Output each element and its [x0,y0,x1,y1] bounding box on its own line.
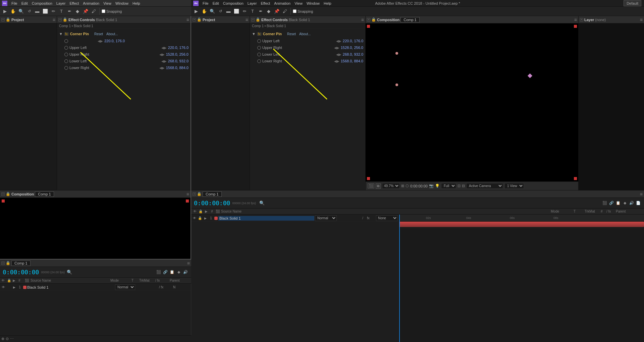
timeline-close-right[interactable]: × [193,192,196,196]
menu-edit-left[interactable]: Edit [21,1,28,5]
comp-menu-right[interactable]: ≡ [574,17,577,22]
timeline-close-left[interactable]: × [1,262,5,265]
menu-effect-right[interactable]: Effect [261,1,270,5]
tool-pen-r[interactable]: ✏ [241,8,248,15]
comp-tab-left[interactable]: Comp 1 [35,191,54,197]
comp-3d-btn-right[interactable]: ⬡ [406,184,409,188]
pin-point-1[interactable] [395,52,398,55]
timeline-lock-left[interactable]: 🔒 [6,261,10,265]
tl-ctrl-2-left[interactable]: 🔗 [162,269,168,275]
tool-rotate[interactable]: ↺ [25,8,33,15]
layer-name-right[interactable]: Black Solid 1 [218,216,314,221]
comp-preview-btn-right[interactable]: ⬛ [368,183,374,188]
timeline-menu-right[interactable]: ≡ [640,191,643,197]
ec-reset-right[interactable]: Reset [287,32,296,36]
comp-tab-right[interactable]: Comp 1 [400,17,420,22]
view-dropdown-right[interactable]: 1 View [504,183,524,189]
tool-pin-r[interactable]: 📌 [273,8,280,15]
prop-name-ul-right[interactable]: Upper Left [262,39,335,43]
prop-name-upper-left[interactable]: Upper Left [69,46,160,50]
prop-arrows-ul-right[interactable]: ◀▶ [336,39,341,43]
menu-help-right[interactable]: Help [324,1,331,5]
prop-value-upper-right[interactable]: 1528.0, 256.0 [166,52,189,56]
tl-ctrl-1-right[interactable]: ⬛ [602,200,608,206]
snapping-checkbox-r[interactable]: Snapping [293,9,313,13]
tool-select-r[interactable]: ▶ [193,8,200,15]
prop-value-ul-left[interactable]: 220.0, 176.0 [104,39,125,43]
timeline-menu-left[interactable]: ≡ [187,261,190,266]
tl-ctrl-2-right[interactable]: 🔗 [608,200,614,206]
tool-rect[interactable]: ▬ [34,8,41,15]
tool-pen[interactable]: ✏ [50,8,57,15]
ec-menu-right[interactable]: ≡ [361,17,364,22]
corner-br-right[interactable] [574,177,577,180]
layer-play-right[interactable]: ▶ [203,217,208,220]
menu-window-right[interactable]: Window [307,1,320,5]
tl-ctrl-5-left[interactable]: 🔊 [182,269,189,275]
tool-zoom-r[interactable]: 🔍 [209,8,216,15]
project-menu-left[interactable]: ≡ [53,17,55,22]
tl-ctrl-4-left[interactable]: ◆ [176,269,182,275]
timeline-playhead-right[interactable] [399,215,400,342]
menu-composition-left[interactable]: Composition [32,1,52,5]
tool-rect2[interactable]: ⬜ [42,8,49,15]
tl-ctrl-1-left[interactable]: ⬛ [156,269,162,275]
tool-hand[interactable]: ✋ [9,8,17,15]
project-close-right[interactable]: × [193,18,196,21]
zoom-dropdown-right[interactable]: 49.7% [382,183,400,189]
ec-lock-left[interactable]: 🔒 [63,17,67,22]
timeline-search-right[interactable]: 🔍 [259,201,265,206]
tool-rect-r[interactable]: ▬ [225,8,232,15]
prop-value-lower-left[interactable]: 268.0, 932.0 [168,59,189,63]
comp-close-left[interactable]: × [1,192,5,196]
tl-ctrl-5-right[interactable]: 🔊 [629,200,635,206]
tool-clone-r[interactable]: ✒ [257,8,264,15]
menu-view-left[interactable]: View [103,1,111,5]
ec-menu-left[interactable]: ≡ [186,17,189,22]
prop-arrows-lower-left[interactable]: ◀▶ [161,59,167,63]
layer-menu-right[interactable]: ≡ [640,17,643,22]
comp-extra2-right[interactable]: ⊟ [462,184,465,188]
prop-value-upper-left[interactable]: 220.0, 176.0 [168,46,189,50]
menu-file-left[interactable]: File [11,1,17,5]
ec-fx-toggle-left[interactable]: ▼ [59,32,63,36]
corner-tl-right[interactable] [367,25,370,28]
prop-value-ur-right[interactable]: 1528.0, 256.0 [341,46,363,50]
prop-arrows-lr-right[interactable]: ◀▶ [334,59,339,63]
project-lock-left[interactable]: 🔒 [6,17,10,22]
menu-edit-right[interactable]: Edit [213,1,219,5]
menu-animation-left[interactable]: Animation [83,1,99,5]
ec-fx-toggle-right[interactable]: ▼ [252,32,256,36]
layer-fx-right[interactable]: fx [367,216,375,220]
tool-text[interactable]: T [58,8,65,15]
menu-file-right[interactable]: File [203,1,209,5]
prop-value-lower-right[interactable]: 1568.0, 884.0 [166,66,189,70]
project-close-left[interactable]: × [1,18,5,21]
ec-about-left[interactable]: About... [106,32,118,36]
tool-clone[interactable]: ✒ [66,8,73,15]
corner-tr-left[interactable] [186,199,189,203]
timeline-timecode-left[interactable]: 0:00:00:00 [3,269,39,276]
comp-grid-btn-right[interactable]: ⊞ [401,184,404,188]
workspace-label[interactable]: Default [624,0,641,6]
layer-vis-left[interactable]: 👁 [1,285,6,289]
timeline-comp-tab-right[interactable]: Comp 1 [203,191,222,197]
ec-about-right[interactable]: About... [299,32,311,36]
camera-icon-right[interactable]: 📷 [429,184,434,188]
tool-zoom[interactable]: 🔍 [17,8,25,15]
full-dropdown-right[interactable]: Full [441,183,456,189]
corner-tl-left[interactable] [2,199,5,203]
prop-arrows-lower-right[interactable]: ◀▶ [159,66,165,70]
tool-hand-r[interactable]: ✋ [201,8,208,15]
tool-pin[interactable]: 📌 [82,8,89,15]
menu-effect-left[interactable]: Effect [69,1,79,5]
layer-row-1-right[interactable]: 👁 🔒 ▶ 1 Black Solid 1 Normal / fx [191,215,399,222]
layer-lock-right[interactable]: 🔒 [198,216,202,220]
comp-menu-left[interactable]: ≡ [186,191,189,197]
prop-arrows-upper-right[interactable]: ◀▶ [159,53,165,56]
timeline-comp-tab-left[interactable]: Comp 1 [11,261,31,266]
pin-center-diamond[interactable] [527,73,532,78]
layer-mode-left[interactable]: Normal [115,284,135,290]
prop-value-ll-right[interactable]: 268.0, 932.0 [343,52,363,56]
prop-name-lr-right[interactable]: Lower Right [262,59,333,63]
